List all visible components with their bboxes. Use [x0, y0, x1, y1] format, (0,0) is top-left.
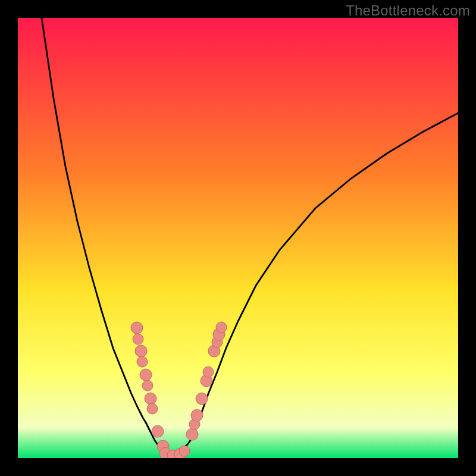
plot-area [18, 18, 458, 458]
marker-dot [196, 393, 208, 405]
gradient-background [18, 18, 458, 458]
marker-dot [133, 334, 143, 345]
marker-dot [145, 393, 156, 405]
marker-dot [216, 322, 227, 333]
marker-dot [179, 446, 190, 456]
marker-dot [203, 367, 214, 377]
marker-dot [135, 345, 147, 357]
marker-dot [140, 369, 152, 381]
marker-dot [147, 403, 158, 414]
chart-canvas [18, 18, 458, 458]
marker-dot [142, 380, 153, 391]
marker-dot [186, 428, 198, 440]
marker-dot [131, 322, 143, 334]
outer-frame: TheBottleneck.com [0, 0, 476, 476]
marker-dot [152, 425, 164, 437]
watermark-text: TheBottleneck.com [346, 2, 470, 19]
marker-dot [137, 356, 148, 367]
marker-dot [191, 409, 203, 421]
